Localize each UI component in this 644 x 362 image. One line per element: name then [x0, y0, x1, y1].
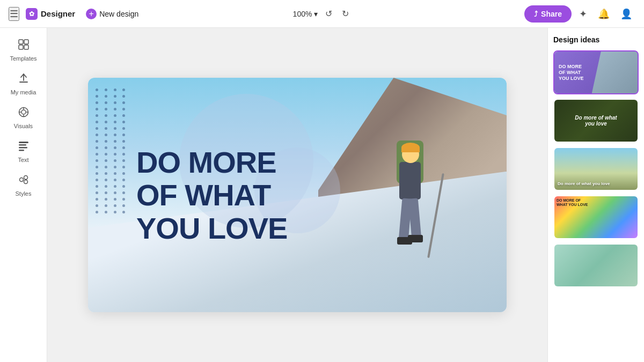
hiker-figure: [378, 130, 442, 269]
hiker-leg2: [408, 198, 421, 239]
card1-image: [592, 51, 638, 93]
svg-rect-0: [19, 40, 23, 44]
brand-name: Designer: [41, 9, 75, 18]
hiker-body: [378, 130, 442, 269]
hiker-helmet: [401, 143, 420, 152]
svg-rect-2: [19, 45, 23, 49]
svg-rect-6: [19, 142, 28, 143]
design-idea-card-5-inner: [554, 245, 638, 286]
topbar-left: ☰ ✿ Designer + New design: [9, 6, 518, 21]
svg-point-4: [21, 110, 26, 114]
templates-label: Templates: [10, 55, 36, 62]
design-idea-card-1-inner: DO MOREOF WHATYOU LOVE: [554, 51, 638, 93]
share-button[interactable]: ⤴ Share: [524, 5, 572, 23]
undo-button[interactable]: ↺: [323, 6, 334, 21]
text-label: Text: [18, 157, 28, 163]
svg-point-11: [24, 176, 27, 180]
canvas-main-text[interactable]: DO MORE OF WHAT YOU LOVE: [136, 145, 287, 245]
svg-point-10: [19, 178, 23, 182]
topbar: ☰ ✿ Designer + New design 100% ▾ ↺ ↻ ⤴ S…: [0, 0, 644, 28]
svg-rect-7: [19, 144, 26, 146]
topbar-center: 100% ▾ ↺ ↻: [293, 6, 352, 21]
design-idea-card-2[interactable]: Do more of whatyou love: [553, 99, 639, 143]
design-idea-card-4[interactable]: DO MORE OFWHAT YOU LOVE: [553, 195, 639, 239]
sidebar-item-my-media[interactable]: My media: [3, 68, 44, 100]
design-idea-card-5[interactable]: [553, 243, 639, 287]
new-design-label: New design: [99, 10, 138, 18]
design-idea-card-2-inner: Do more of whatyou love: [554, 100, 638, 142]
hiker-torso: [399, 162, 421, 200]
design-ideas-title: Design ideas: [553, 35, 639, 44]
svg-rect-3: [24, 45, 28, 49]
design-idea-card-3-inner: Do more of what you love: [554, 148, 638, 190]
canvas-text-line3: YOU LOVE: [136, 211, 287, 245]
menu-button[interactable]: ☰: [9, 7, 19, 21]
card1-text: DO MOREOF WHATYOU LOVE: [559, 64, 584, 81]
visuals-icon: [18, 106, 30, 121]
styles-label: Styles: [16, 190, 32, 197]
notifications-button[interactable]: 🔔: [595, 6, 613, 22]
canvas-text-line2: OF WHAT: [136, 179, 287, 212]
sidebar: Templates My media Visuals: [0, 28, 47, 362]
canvas-area[interactable]: DO MORE OF WHAT YOU LOVE: [47, 28, 547, 362]
magic-wand-button[interactable]: ✦: [576, 6, 590, 22]
my-media-label: My media: [11, 89, 36, 95]
zoom-selector[interactable]: 100% ▾: [293, 10, 318, 18]
account-button[interactable]: 👤: [617, 6, 635, 22]
chevron-down-icon: ▾: [314, 10, 318, 18]
sidebar-item-styles[interactable]: Styles: [3, 169, 44, 201]
sidebar-item-visuals[interactable]: Visuals: [3, 102, 44, 134]
brand: ✿ Designer: [26, 8, 75, 20]
dot-pattern: [96, 88, 128, 301]
share-label: Share: [541, 10, 562, 18]
canvas-text-line1: DO MORE: [136, 145, 287, 179]
svg-rect-9: [19, 150, 24, 151]
canvas-wrapper[interactable]: DO MORE OF WHAT YOU LOVE: [88, 78, 507, 312]
zoom-level: 100%: [293, 10, 312, 18]
design-idea-card-1[interactable]: DO MOREOF WHATYOU LOVE: [553, 50, 639, 94]
text-icon: [18, 140, 30, 154]
svg-rect-8: [19, 147, 27, 149]
hiker-boot2: [408, 235, 423, 242]
plus-icon: +: [86, 9, 97, 19]
design-idea-card-4-inner: DO MORE OFWHAT YOU LOVE: [554, 196, 638, 238]
design-ideas-panel: Design ideas DO MOREOF WHATYOU LOVE Do m…: [547, 28, 644, 362]
styles-icon: [18, 174, 30, 188]
topbar-right: ⤴ Share ✦ 🔔 👤: [524, 5, 635, 23]
visuals-label: Visuals: [14, 123, 33, 129]
share-icon: ⤴: [534, 10, 538, 18]
card4-text: DO MORE OFWHAT YOU LOVE: [557, 198, 588, 208]
templates-icon: [18, 39, 30, 53]
brand-logo-icon: ✿: [26, 8, 38, 20]
sidebar-item-templates[interactable]: Templates: [3, 34, 44, 66]
svg-rect-1: [24, 40, 28, 44]
my-media-icon: [18, 72, 30, 87]
card3-text: Do more of what you love: [558, 181, 610, 187]
main-content: Templates My media Visuals: [0, 28, 644, 362]
design-idea-card-3[interactable]: Do more of what you love: [553, 147, 639, 191]
redo-button[interactable]: ↻: [340, 6, 351, 21]
new-design-button[interactable]: + New design: [82, 6, 143, 21]
sidebar-item-text[interactable]: Text: [3, 136, 44, 167]
hiker-pole: [427, 173, 444, 258]
canvas-content: DO MORE OF WHAT YOU LOVE: [88, 78, 507, 312]
svg-point-12: [24, 180, 27, 184]
card2-text: Do more of whatyou love: [575, 115, 617, 127]
